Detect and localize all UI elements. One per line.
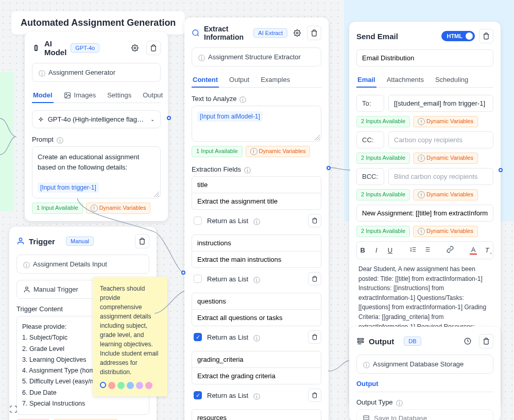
delete-button[interactable] [479,29,493,43]
port-dot[interactable] [327,166,331,170]
color-option[interactable] [145,382,152,389]
page-title: Automated Assignment Generation [11,11,185,35]
field-name-input[interactable] [192,293,321,310]
delete-field-button[interactable] [308,330,321,344]
return-list-checkbox[interactable] [194,333,202,341]
cc-label: CC: [356,131,384,148]
delete-button[interactable] [135,234,149,248]
trigger-item: 7. Special Instructions [22,398,144,409]
dynamic-vars-badge[interactable]: ! Dynamic Variables [413,116,478,127]
tab-output[interactable]: Output [142,88,164,103]
link-button[interactable] [447,246,454,255]
info-icon: ⓘ [39,69,45,76]
field-name-input[interactable] [192,409,321,420]
underline-button[interactable]: U [386,246,394,254]
to-input[interactable]: [[student_email] from trigger-1] [388,95,493,112]
model-select[interactable]: GPT-4o (High-intelligence flagship model… [32,110,161,128]
svg-point-3 [193,30,198,36]
to-label: To: [356,95,384,112]
ordered-list-button[interactable] [409,246,417,255]
unordered-list-button[interactable] [423,246,431,255]
color-option[interactable] [108,382,115,389]
delete-field-button[interactable] [308,214,321,227]
images-icon [64,92,71,99]
extractor-name[interactable]: ⓘAssignment Structure Extractor [192,47,321,66]
trigger-name[interactable]: ⓘAssignment Details Input [16,255,149,274]
field-desc-input[interactable] [192,309,321,326]
info-icon: ⓘ [253,217,260,224]
tab-images[interactable]: Images [63,88,97,103]
text-color-button[interactable]: A [470,246,477,255]
tab-examples[interactable]: Examples [260,73,291,88]
port-dot[interactable] [499,168,503,172]
port-dot[interactable] [167,116,171,120]
field-desc-input[interactable] [192,367,321,384]
note-color-picker [100,382,160,389]
dynamic-vars-badge[interactable]: ! Dynamic Variables [413,153,478,164]
tab-model[interactable]: Model [32,88,54,103]
return-list-checkbox[interactable] [194,275,202,283]
prompt-textarea[interactable]: Create an educational assignment based o… [32,146,161,198]
tab-email[interactable]: Email [356,73,376,88]
toggle-knob [466,32,473,40]
delete-button[interactable] [307,26,321,40]
ai-extract-badge: AI Extract [253,28,287,38]
analyze-variable: [Input from aiModel-1] [197,111,263,122]
tab-attachments[interactable]: Attachments [386,73,425,88]
inputs-available-badge: 2 Inputs Available [356,153,410,164]
clear-format-button[interactable]: Tₓ [483,246,491,254]
dynamic-vars-badge[interactable]: ! Dynamic Variables [413,226,478,237]
cc-input[interactable]: Carbon copy recipients [388,131,493,148]
color-option[interactable] [136,382,143,389]
color-option[interactable] [117,382,125,389]
dynamic-vars-badge[interactable]: ! Dynamic Variables [86,203,151,214]
bcc-input[interactable]: Blind carbon copy recipients [388,168,493,185]
analyze-textarea[interactable]: [Input from aiModel-1] [192,106,321,142]
bold-button[interactable]: B [359,246,367,254]
email-name-input[interactable] [356,49,493,66]
html-toggle[interactable]: HTML [441,31,475,41]
dynamic-vars-badge[interactable]: ! Dynamic Variables [413,189,478,200]
resize-handle[interactable] [315,135,320,140]
color-option[interactable] [127,382,134,389]
tab-settings[interactable]: Settings [106,88,132,103]
generator-name[interactable]: ⓘAssignment Generator [32,63,161,82]
svg-point-6 [364,415,369,417]
color-option-selected[interactable] [100,382,106,388]
generator-label: Assignment Generator [48,69,115,76]
dynamic-vars-badge[interactable]: ! Dynamic Variables [246,146,311,157]
port-dot[interactable] [181,271,185,275]
field-name-input[interactable] [192,234,321,251]
field-name-input[interactable] [192,351,321,368]
history-button[interactable] [460,334,475,348]
return-list-checkbox[interactable] [194,216,202,225]
delete-field-button[interactable] [308,389,321,402]
fullscreen-button[interactable] [9,405,18,415]
italic-button[interactable]: I [373,246,381,254]
info-icon: ⓘ [239,95,246,102]
tab-content[interactable]: Content [192,73,219,88]
settings-button[interactable] [292,26,303,40]
delete-button[interactable] [479,334,493,348]
extract-node: Extract Information AI Extract ⓘAssignme… [184,18,329,420]
output-type-label: Output Type [356,398,393,406]
tab-output-label: Output [143,91,163,99]
sticky-note[interactable]: Teachers should provide comprehensive as… [93,277,167,396]
subject-input[interactable] [356,205,493,222]
output-type-select[interactable]: Save to Database [356,409,493,420]
sticky-note-text: Teachers should provide comprehensive as… [100,284,160,377]
output-name[interactable]: ⓘAssignment Database Storage [356,355,493,374]
field-name-input[interactable] [192,176,321,193]
resize-handle[interactable] [154,192,159,197]
settings-button[interactable] [128,41,142,55]
tab-output[interactable]: Output [228,73,250,88]
field-desc-input[interactable] [192,193,321,210]
trigger-details-label: Assignment Details Input [33,260,107,268]
tab-scheduling[interactable]: Scheduling [434,73,469,88]
prompt-variable: [Input from trigger-1] [38,182,99,193]
delete-button[interactable] [146,41,161,55]
user-icon [23,286,30,293]
delete-field-button[interactable] [308,272,321,285]
field-desc-input[interactable] [192,251,321,268]
return-list-checkbox[interactable] [194,391,202,399]
